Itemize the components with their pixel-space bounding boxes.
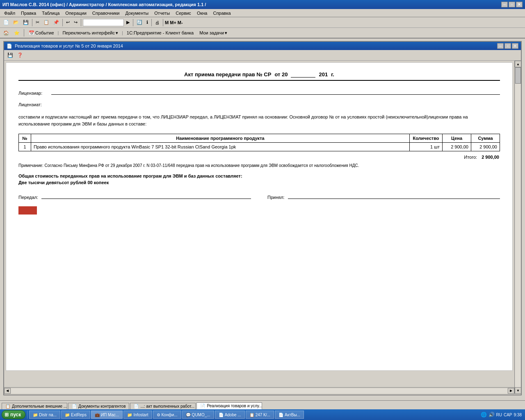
scroll-right-button[interactable]: ▶ <box>508 388 514 394</box>
refresh-button[interactable]: 🔄 <box>135 19 144 26</box>
row-qty: 1 шт <box>410 143 443 151</box>
tab-documents[interactable]: 📄 Документы контрагентов <box>68 403 129 409</box>
title-bar-buttons: ─ ▫ ✕ <box>501 2 523 7</box>
undo-button[interactable]: ↩ <box>64 19 71 26</box>
app-infostart[interactable]: 📁 Infostart <box>123 411 152 419</box>
app-adobe[interactable]: 📄 Adobe ... <box>215 411 245 419</box>
separator-pipe-1: | <box>58 30 59 35</box>
search-go-button[interactable]: ▶ <box>125 19 131 26</box>
document-window: 📄 Реализация товаров и услуг № 5 от 20 я… <box>3 41 522 395</box>
app-247-icon: 📋 <box>249 413 254 417</box>
tasks-dropdown-icon: ▾ <box>225 30 227 36</box>
receiver-field: Принял: <box>267 193 500 200</box>
app-config[interactable]: ⚙ Конфи... <box>153 411 181 419</box>
open-button[interactable]: 📂 <box>11 19 21 26</box>
act-title: Акт приема передачи прав № СР <box>184 71 271 78</box>
tasks-label: Мои задачи <box>199 30 224 35</box>
tab-documents-icon: 📄 <box>72 404 77 409</box>
doc-close-button[interactable]: ✕ <box>512 43 518 49</box>
doc-minimize-button[interactable]: ─ <box>497 43 504 49</box>
receiver-label: Принял: <box>267 195 285 200</box>
event-label: Событие <box>35 30 54 35</box>
vertical-scrollbar[interactable]: ▲ ▼ <box>514 61 521 394</box>
menu-operations[interactable]: Операции <box>63 10 89 16</box>
network-icon: 🌐 <box>481 412 487 418</box>
switch-interface-button[interactable]: Переключить интерфейс ▾ <box>60 30 120 37</box>
horizontal-scrollbar[interactable]: ◀ ▶ <box>4 387 514 394</box>
start-button[interactable]: ⊞ пуск <box>2 410 25 419</box>
tab-realization[interactable]: 📄 Реализация товаров и услу... <box>196 402 262 409</box>
scroll-left-button[interactable]: ◀ <box>4 388 11 394</box>
doc-save-icon[interactable]: 💾 <box>6 52 15 59</box>
licensee-label: Лицензиат: <box>18 102 51 107</box>
menu-table[interactable]: Таблица <box>39 10 62 16</box>
menu-file[interactable]: Файл <box>2 10 18 16</box>
act-title-row: Акт приема передачи прав № СР от 20 201 … <box>18 71 500 78</box>
copy-button[interactable]: 📋 <box>42 19 51 26</box>
cap-label: CAP <box>504 413 512 417</box>
scroll-down-button[interactable]: ▼ <box>515 387 521 394</box>
app-extreps[interactable]: 📁 ExtReps <box>61 411 90 419</box>
menu-edit[interactable]: Правка <box>18 10 39 16</box>
event-toolbar: 🏠 ⭐ 📅 Событие | Переключить интерфейс ▾ … <box>0 28 525 39</box>
scroll-up-button[interactable]: ▲ <box>515 61 521 67</box>
minimize-button[interactable]: ─ <box>501 2 508 7</box>
separator-3 <box>81 19 81 26</box>
tab-act[interactable]: 📄 ...: акт выполненных работ... <box>130 403 196 409</box>
doc-restore-button[interactable]: ▫ <box>504 43 511 49</box>
scroll-thumb[interactable] <box>515 67 521 84</box>
highlight-button[interactable] <box>18 206 37 215</box>
search-input[interactable] <box>83 19 124 26</box>
speaker-icon: 🔊 <box>488 412 495 418</box>
paste-button[interactable]: 📌 <box>52 19 61 26</box>
app-distr[interactable]: 📁 Distr na... <box>29 411 60 419</box>
app-config-label: Конфи... <box>162 413 178 417</box>
doc-toolbar: 💾 ❓ <box>4 50 521 61</box>
app-247[interactable]: 📋 247 К/... <box>246 411 274 419</box>
menu-documents[interactable]: Документы <box>123 10 151 16</box>
menu-help[interactable]: Справка <box>210 10 233 16</box>
menu-reports[interactable]: Отчеты <box>152 10 172 16</box>
restore-button[interactable]: ▫ <box>509 2 515 7</box>
menu-reference[interactable]: Справочники <box>90 10 122 16</box>
act-date-from: от 20 <box>274 71 288 78</box>
licensor-row: Лицензиар: <box>18 89 500 96</box>
app-qumo[interactable]: 💬 QUMO_... <box>182 411 214 419</box>
redo-button[interactable]: ↪ <box>72 19 79 26</box>
print-button[interactable]: 🖨 <box>153 19 161 26</box>
close-button[interactable]: ✕ <box>516 2 523 7</box>
marks-label: М М+ М- <box>165 20 183 25</box>
doc-title-buttons: ─ ▫ ✕ <box>497 43 518 49</box>
table-row: 1 Право использования программного проду… <box>19 143 500 151</box>
total-label: Итого: <box>464 155 477 160</box>
document-title: Реализация товаров и услуг № 5 от 20 янв… <box>15 43 123 48</box>
app-aktvy[interactable]: 📄 АктВы... <box>275 411 304 419</box>
row-num: 1 <box>19 143 31 151</box>
tasks-button[interactable]: Мои задачи ▾ <box>197 30 229 37</box>
info-button[interactable]: ℹ <box>145 19 150 26</box>
separator-6 <box>163 19 163 26</box>
app-title: ИП Маслов С.В. 2014 (офис) / Администрат… <box>2 2 206 7</box>
menu-windows[interactable]: Окна <box>194 10 210 16</box>
tab-realization-label: Реализация товаров и услу... <box>207 404 262 408</box>
star-button[interactable]: ⭐ <box>12 30 21 37</box>
scroll-track <box>515 67 521 387</box>
home-button[interactable]: 🏠 <box>2 30 11 37</box>
col-num: № <box>19 134 31 143</box>
app-infostart-icon: 📁 <box>127 413 132 417</box>
app-extreps-icon: 📁 <box>65 413 70 417</box>
app-qumo-label: QUMO_... <box>192 413 210 417</box>
bank-button[interactable]: 1С:Предприятие - Клиент банка <box>125 30 196 36</box>
new-button[interactable]: 📄 <box>2 19 11 26</box>
event-button[interactable]: 📅 Событие <box>27 30 56 37</box>
doc-help-icon[interactable]: ❓ <box>16 52 25 59</box>
app-ip[interactable]: 💼 ИП Мас... <box>91 411 123 419</box>
save-button[interactable]: 💾 <box>21 19 30 26</box>
app-qumo-icon: 💬 <box>186 413 191 417</box>
switch-label: Переключить интерфейс <box>62 30 115 35</box>
tab-additional[interactable]: 📋 Дополнительные внешние ... <box>2 403 67 409</box>
sender-label: Передал: <box>18 195 38 200</box>
menu-service[interactable]: Сервис <box>173 10 194 16</box>
sender-line <box>41 193 251 199</box>
cut-button[interactable]: ✂ <box>34 19 41 26</box>
